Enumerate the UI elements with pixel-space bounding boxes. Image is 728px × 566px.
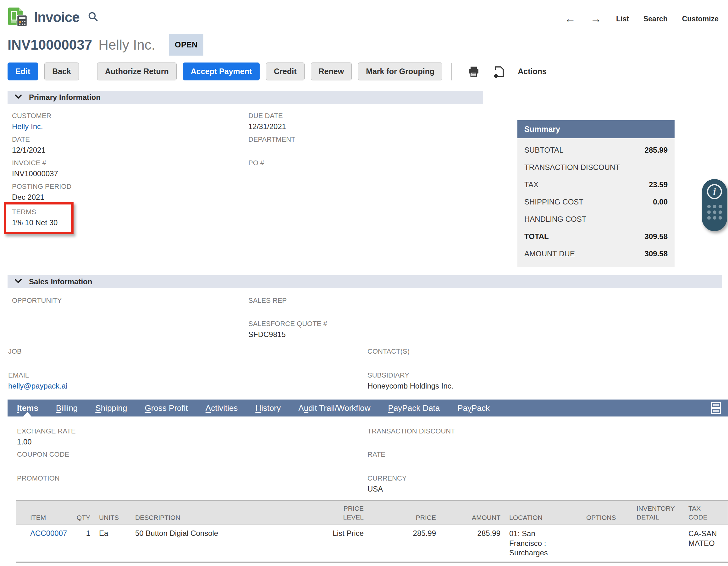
- field-value: SFDC9815: [248, 330, 327, 339]
- tab-audit-trail-workflow[interactable]: Audit Trail/Workflow: [298, 403, 370, 413]
- nav-search-link[interactable]: Search: [643, 15, 668, 23]
- col-options: OPTIONS: [582, 501, 632, 525]
- field-label: DEPARTMENT: [248, 135, 295, 144]
- col-qty: QTY: [63, 501, 95, 525]
- field-department: DEPARTMENT: [248, 135, 295, 146]
- renew-button[interactable]: Renew: [311, 63, 352, 80]
- actions-menu[interactable]: Actions: [518, 67, 547, 76]
- record-tabbar: Items Billing Shipping Gross Profit Acti…: [8, 399, 728, 416]
- col-description: DESCRIPTION: [131, 501, 301, 525]
- summary-label: SHIPPING COST: [524, 198, 583, 206]
- add-record-icon[interactable]: [493, 65, 505, 78]
- summary-value: 23.59: [649, 180, 668, 189]
- summary-value: 309.58: [645, 232, 668, 241]
- field-job: JOB: [8, 347, 22, 358]
- summary-label: TOTAL: [524, 232, 549, 241]
- field-salesforce-quote: SALESFORCE QUOTE # SFDC9815: [248, 320, 327, 339]
- field-label: PO #: [248, 159, 264, 167]
- info-widget[interactable]: i: [702, 179, 727, 231]
- back-arrow-icon[interactable]: ←: [565, 13, 576, 25]
- col-inventory-detail: INVENTORY DETAIL: [632, 501, 684, 525]
- nav-list-link[interactable]: List: [616, 15, 629, 23]
- nav-customize-link[interactable]: Customize: [682, 15, 719, 23]
- forward-arrow-icon[interactable]: →: [590, 13, 602, 25]
- mark-for-grouping-button[interactable]: Mark for Grouping: [358, 63, 442, 80]
- summary-value: 309.58: [645, 250, 668, 258]
- tab-gross-profit[interactable]: Gross Profit: [145, 403, 188, 413]
- summary-row-total: TOTAL 309.58: [517, 228, 675, 245]
- summary-row-transaction-discount: TRANSACTION DISCOUNT: [517, 159, 675, 176]
- toolbar-divider: [451, 63, 452, 80]
- field-value: 12/31/2021: [248, 122, 286, 131]
- tab-history[interactable]: History: [255, 403, 281, 413]
- terms-highlight-annotation: [4, 202, 74, 234]
- table-row: ACC00007 1 Ea 50 Button Digial Console L…: [16, 525, 728, 562]
- field-subsidiary: SUBSIDIARY Honeycomb Holdings Inc.: [367, 371, 453, 390]
- summary-row-handling-cost: HANDLING COST: [517, 211, 675, 228]
- summary-value: 285.99: [645, 146, 668, 155]
- field-label: SALESFORCE QUOTE #: [248, 320, 327, 328]
- summary-label: TRANSACTION DISCOUNT: [524, 163, 620, 172]
- field-label: DUE DATE: [248, 112, 286, 120]
- field-opportunity: OPPORTUNITY: [12, 296, 62, 307]
- info-icon: i: [707, 184, 722, 199]
- field-value: 12/1/2021: [12, 146, 46, 155]
- view-toggle-icon[interactable]: [710, 402, 722, 416]
- field-label: CONTACT(S): [367, 347, 410, 355]
- field-email: EMAIL helly@paypack.ai: [8, 371, 67, 390]
- field-sales-rep: SALES REP: [248, 296, 287, 307]
- tab-paypack-data[interactable]: PayPack Data: [388, 403, 440, 413]
- col-price-level: PRICE LEVEL: [301, 501, 368, 525]
- cell-description: 50 Button Digial Console: [131, 525, 301, 562]
- page-title: Invoice: [34, 9, 80, 25]
- table-header-row: ITEM QTY UNITS DESCRIPTION PRICE LEVEL P…: [16, 501, 728, 525]
- tab-activities[interactable]: Activities: [206, 403, 238, 413]
- summary-row-shipping-cost: SHIPPING COST 0.00: [517, 193, 675, 211]
- field-label: OPPORTUNITY: [12, 296, 62, 305]
- sales-information-header[interactable]: Sales Information: [8, 275, 722, 288]
- back-button[interactable]: Back: [44, 63, 79, 80]
- cell-options: [582, 525, 632, 562]
- print-icon[interactable]: [467, 65, 480, 78]
- field-label: SUBSIDIARY: [367, 371, 453, 379]
- tab-paypack[interactable]: PayPack: [457, 403, 490, 413]
- record-customer-name: Helly Inc.: [98, 37, 155, 53]
- col-price: PRICE: [368, 501, 440, 525]
- field-contacts: CONTACT(S): [367, 347, 410, 358]
- col-item: ITEM: [16, 501, 63, 525]
- summary-row-subtotal: SUBTOTAL 285.99: [517, 141, 675, 159]
- chevron-down-icon: [14, 94, 22, 101]
- field-rate: RATE: [367, 450, 385, 461]
- edit-button[interactable]: Edit: [8, 63, 38, 80]
- tab-shipping[interactable]: Shipping: [95, 403, 127, 413]
- search-icon[interactable]: [88, 11, 98, 23]
- email-link[interactable]: helly@paypack.ai: [8, 382, 67, 390]
- col-amount: AMOUNT: [440, 501, 505, 525]
- primary-information-header[interactable]: Primary Information: [8, 91, 483, 104]
- app-header: Invoice: [8, 6, 98, 28]
- active-tab-pointer: [23, 412, 31, 416]
- field-label: EXCHANGE RATE: [17, 427, 76, 435]
- field-posting-period: POSTING PERIOD Dec 2021: [12, 183, 71, 202]
- authorize-return-button[interactable]: Authorize Return: [97, 63, 177, 80]
- tab-billing[interactable]: Billing: [56, 403, 78, 413]
- field-currency: CURRENCY USA: [367, 474, 407, 493]
- accept-payment-button[interactable]: Accept Payment: [183, 63, 260, 80]
- cell-amount: 285.99: [440, 525, 505, 562]
- field-invoice-number: INVOICE # INV10000037: [12, 159, 58, 178]
- cell-units: Ea: [95, 525, 131, 562]
- tab-items[interactable]: Items: [17, 403, 38, 413]
- line-items-table: ITEM QTY UNITS DESCRIPTION PRICE LEVEL P…: [16, 500, 728, 563]
- col-units: UNITS: [95, 501, 131, 525]
- invoice-record-page: Invoice ← → List Search Customize INV100…: [0, 0, 728, 566]
- item-link[interactable]: ACC00007: [30, 529, 67, 537]
- summary-header: Summary: [517, 120, 675, 138]
- customer-link[interactable]: Helly Inc.: [12, 122, 52, 131]
- field-label: CURRENCY: [367, 474, 407, 482]
- field-label: CUSTOMER: [12, 112, 52, 120]
- record-title-row: INV10000037 Helly Inc. OPEN: [8, 34, 203, 56]
- field-value: 1.00: [17, 437, 76, 446]
- credit-button[interactable]: Credit: [266, 63, 304, 80]
- toolbar: Edit Back Authorize Return Accept Paymen…: [8, 63, 547, 80]
- field-value: INV10000037: [12, 169, 58, 178]
